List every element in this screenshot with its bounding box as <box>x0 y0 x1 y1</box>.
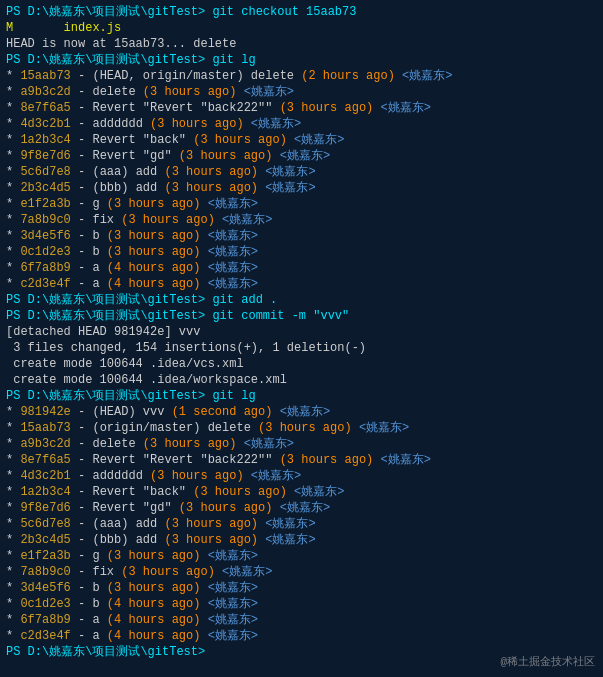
line-segment: * <box>6 501 20 515</box>
line-segment: <姚嘉东> <box>272 501 330 515</box>
terminal-line: * 9f8e7d6 - Revert "gd" (3 hours ago) <姚… <box>6 500 597 516</box>
line-segment: - Revert "gd" <box>71 501 179 515</box>
line-segment: - (aaa) add <box>71 517 165 531</box>
line-segment: 5c6d7e8 <box>20 517 70 531</box>
terminal-line: HEAD is now at 15aab73... delete <box>6 36 597 52</box>
line-segment: create mode 100644 .idea/workspace.xml <box>6 373 287 387</box>
line-segment: <姚嘉东> <box>352 421 410 435</box>
line-segment: (4 hours ago) <box>107 261 201 275</box>
line-segment: (3 hours ago) <box>164 517 258 531</box>
line-segment: <姚嘉东> <box>244 469 302 483</box>
line-segment: * <box>6 277 20 291</box>
line-segment: (3 hours ago) <box>143 437 237 451</box>
line-segment: - g <box>71 197 107 211</box>
line-segment: 3 files changed, 154 insertions(+), 1 de… <box>6 341 366 355</box>
line-segment: <姚嘉东> <box>236 85 294 99</box>
terminal-line: M index.js <box>6 20 597 36</box>
line-segment: 9f8e7d6 <box>20 501 70 515</box>
line-segment: <姚嘉东> <box>200 629 258 643</box>
line-segment: - a <box>71 277 107 291</box>
line-segment: PS D:\姚嘉东\项目测试\gitTest> git lg <box>6 389 256 403</box>
line-segment: * <box>6 133 20 147</box>
line-segment: (3 hours ago) <box>164 181 258 195</box>
line-segment: 981942e <box>20 405 70 419</box>
line-segment: - a <box>71 629 107 643</box>
line-segment: PS D:\姚嘉东\项目测试\gitTest> <box>6 645 205 659</box>
line-segment: <姚嘉东> <box>200 549 258 563</box>
line-segment: * <box>6 69 20 83</box>
line-segment: - Revert "back" <box>71 133 193 147</box>
line-segment: (3 hours ago) <box>280 453 374 467</box>
line-segment: - b <box>71 597 107 611</box>
line-segment: (3 hours ago) <box>107 581 201 595</box>
line-segment: (3 hours ago) <box>107 549 201 563</box>
terminal-line: * 8e7f6a5 - Revert "Revert "back222"" (3… <box>6 452 597 468</box>
line-segment: c2d3e4f <box>20 277 70 291</box>
line-segment: - fix <box>71 213 121 227</box>
line-segment: (3 hours ago) <box>179 149 273 163</box>
line-segment: * <box>6 101 20 115</box>
line-segment: (4 hours ago) <box>107 597 201 611</box>
line-segment: <姚嘉东> <box>215 213 273 227</box>
terminal-window[interactable]: PS D:\姚嘉东\项目测试\gitTest> git checkout 15a… <box>0 0 603 677</box>
line-segment: PS D:\姚嘉东\项目测试\gitTest> git commit -m "v… <box>6 309 349 323</box>
line-segment: 4d3c2b1 <box>20 469 70 483</box>
line-segment: - (HEAD) vvv <box>71 405 172 419</box>
terminal-line: * c2d3e4f - a (4 hours ago) <姚嘉东> <box>6 276 597 292</box>
line-segment: <姚嘉东> <box>200 597 258 611</box>
line-segment: * <box>6 565 20 579</box>
line-segment: a9b3c2d <box>20 437 70 451</box>
terminal-line: * c2d3e4f - a (4 hours ago) <姚嘉东> <box>6 628 597 644</box>
terminal-line: PS D:\姚嘉东\项目测试\gitTest> git checkout 15a… <box>6 4 597 20</box>
line-segment: <姚嘉东> <box>200 229 258 243</box>
line-segment: PS D:\姚嘉东\项目测试\gitTest> git checkout 15a… <box>6 5 356 19</box>
line-segment: (3 hours ago) <box>121 213 215 227</box>
terminal-line: * a9b3c2d - delete (3 hours ago) <姚嘉东> <box>6 436 597 452</box>
line-segment: (4 hours ago) <box>107 277 201 291</box>
line-segment: * <box>6 213 20 227</box>
terminal-line: * 7a8b9c0 - fix (3 hours ago) <姚嘉东> <box>6 564 597 580</box>
line-segment: - b <box>71 229 107 243</box>
terminal-line: * 2b3c4d5 - (bbb) add (3 hours ago) <姚嘉东… <box>6 532 597 548</box>
line-segment: - (aaa) add <box>71 165 165 179</box>
terminal-line: * 4d3c2b1 - adddddd (3 hours ago) <姚嘉东> <box>6 468 597 484</box>
terminal-line: * 2b3c4d5 - (bbb) add (3 hours ago) <姚嘉东… <box>6 180 597 196</box>
line-segment: (3 hours ago) <box>280 101 374 115</box>
line-segment: e1f2a3b <box>20 197 70 211</box>
terminal-line: [detached HEAD 981942e] vvv <box>6 324 597 340</box>
line-segment: (2 hours ago) <box>301 69 395 83</box>
terminal-line: * 981942e - (HEAD) vvv (1 second ago) <姚… <box>6 404 597 420</box>
line-segment: (3 hours ago) <box>107 229 201 243</box>
line-segment: a9b3c2d <box>20 85 70 99</box>
line-segment: (3 hours ago) <box>179 501 273 515</box>
line-segment: (3 hours ago) <box>193 133 287 147</box>
line-segment: - delete <box>71 437 143 451</box>
line-segment: - delete <box>71 85 143 99</box>
line-segment: * <box>6 581 20 595</box>
line-segment: 2b3c4d5 <box>20 533 70 547</box>
line-segment: - b <box>71 581 107 595</box>
line-segment: <姚嘉东> <box>200 245 258 259</box>
line-segment: HEAD is now at 15aab73... delete <box>6 37 236 51</box>
terminal-line: * 1a2b3c4 - Revert "back" (3 hours ago) … <box>6 484 597 500</box>
line-segment: create mode 100644 .idea/vcs.xml <box>6 357 244 371</box>
line-segment: - Revert "gd" <box>71 149 179 163</box>
line-segment: * <box>6 629 20 643</box>
line-segment: <姚嘉东> <box>258 181 316 195</box>
line-segment: - a <box>71 613 107 627</box>
line-segment: <姚嘉东> <box>244 117 302 131</box>
line-segment: - (origin/master) delete <box>71 421 258 435</box>
line-segment: 6f7a8b9 <box>20 261 70 275</box>
line-segment: - b <box>71 245 107 259</box>
line-segment: <姚嘉东> <box>373 453 431 467</box>
line-segment: * <box>6 597 20 611</box>
line-segment: (4 hours ago) <box>107 629 201 643</box>
line-segment: 2b3c4d5 <box>20 181 70 195</box>
line-segment: * <box>6 437 20 451</box>
terminal-line: * 0c1d2e3 - b (3 hours ago) <姚嘉东> <box>6 244 597 260</box>
line-segment: - Revert "Revert "back222"" <box>71 101 280 115</box>
line-segment: 1a2b3c4 <box>20 133 70 147</box>
line-segment: * <box>6 613 20 627</box>
terminal-line: 3 files changed, 154 insertions(+), 1 de… <box>6 340 597 356</box>
line-segment: 15aab73 <box>20 421 70 435</box>
